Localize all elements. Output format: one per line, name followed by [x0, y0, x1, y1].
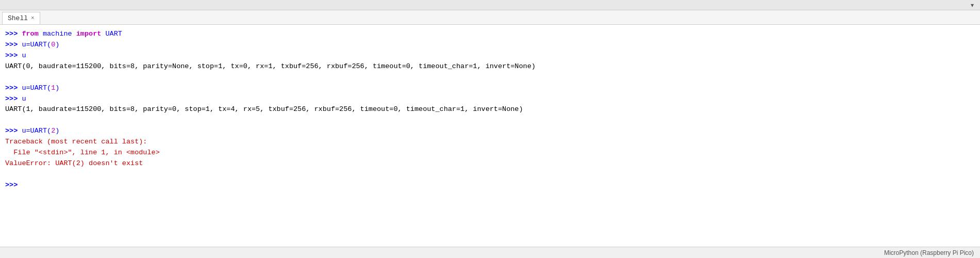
prompt-arrow: >>>	[5, 181, 22, 189]
code-part: import	[76, 30, 102, 38]
code-part: )	[55, 84, 59, 92]
shell-line: >>> u=UART(1)	[5, 83, 975, 94]
code-part: u=UART(	[22, 127, 51, 135]
shell-line: UART(0, baudrate=115200, bits=8, parity=…	[5, 61, 975, 72]
shell-line: >>>	[5, 180, 975, 191]
prompt-arrow: >>>	[5, 95, 22, 103]
prompt-arrow: >>>	[5, 84, 22, 92]
status-bar: MicroPython (Raspberry Pi Pico)	[0, 247, 980, 258]
shell-line: >>> u	[5, 94, 975, 105]
code-part: machine	[39, 30, 76, 38]
shell-line	[5, 72, 975, 83]
shell-tab[interactable]: Shell ×	[2, 12, 40, 24]
code-part: )	[55, 41, 59, 49]
shell-line: Traceback (most recent call last):	[5, 137, 975, 148]
shell-line	[5, 169, 975, 180]
shell-line: ValueError: UART(2) doesn't exist	[5, 158, 975, 169]
tab-bar: Shell ×	[0, 10, 980, 25]
code-part: from	[22, 30, 38, 38]
prompt-arrow: >>>	[5, 52, 22, 59]
code-part: UART	[101, 30, 122, 38]
chevron-down-button[interactable]: ▾	[969, 2, 976, 9]
shell-line: >>> from machine import UART	[5, 29, 975, 40]
code-part: u	[22, 95, 26, 103]
shell-line: File "<stdin>", line 1, in <module>	[5, 148, 975, 158]
code-part: u=UART(	[22, 41, 51, 49]
prompt-arrow: >>>	[5, 41, 22, 49]
prompt-arrow: >>>	[5, 30, 22, 38]
shell-line: >>> u=UART(2)	[5, 126, 975, 137]
tab-close-button[interactable]: ×	[31, 15, 35, 21]
shell-line	[5, 115, 975, 126]
tab-label: Shell	[8, 14, 28, 22]
shell-line: UART(1, baudrate=115200, bits=8, parity=…	[5, 104, 975, 115]
shell-line: >>> u=UART(0)	[5, 40, 975, 51]
code-part: u	[22, 52, 26, 59]
status-label: MicroPython (Raspberry Pi Pico)	[884, 249, 974, 256]
code-part: )	[55, 127, 59, 135]
shell-output-area[interactable]: >>> from machine import UART>>> u=UART(0…	[0, 25, 980, 247]
code-part: u=UART(	[22, 84, 51, 92]
shell-line: >>> u	[5, 51, 975, 61]
top-bar: ▾	[0, 0, 980, 10]
prompt-arrow: >>>	[5, 127, 22, 135]
